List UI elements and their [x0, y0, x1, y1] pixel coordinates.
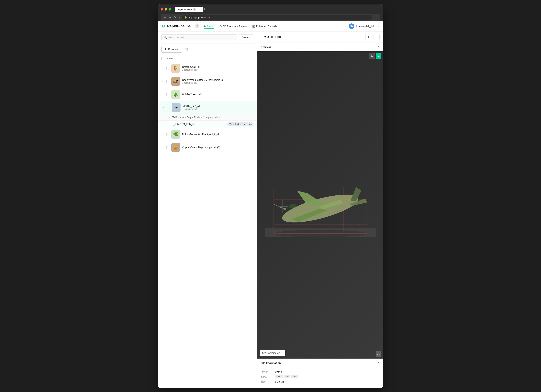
asset-thumbnail: 🍯 [171, 143, 180, 152]
asset-list: ∨ 🪑 Rattan Chair_all 1 output models ∨ 🛋 [158, 62, 257, 388]
logo: ⟳ RapidPipeline [162, 24, 191, 29]
asset-info: SheenWoodLeathe...V-RaySimple_all 1 outp… [182, 78, 253, 84]
lock-icon: 🔒 [184, 16, 187, 19]
asset-checkbox[interactable] [167, 106, 170, 109]
expand-icon[interactable]: ∨ [161, 67, 164, 70]
output-checkbox[interactable] [173, 123, 176, 125]
sub-group-header: ∧ 3D Processor Output Models 1 output mo… [158, 114, 257, 121]
size-value: 3.26 MB [275, 380, 284, 383]
browser-window: RapidPipeline ✕ + ← → ↻ ⌂ 🔒 app.rapidpip… [158, 5, 383, 388]
file-info-body: File ID: 19845 Type: .usdz .glb .obj [257, 367, 383, 388]
asset-checkbox[interactable] [166, 80, 169, 83]
plane-preview [265, 173, 376, 237]
action-bar: ⬆ Download 🗑 [158, 43, 257, 55]
asset-info: Rattan Chair_all 1 output models [182, 65, 253, 71]
3d-view-button[interactable]: ◉ [376, 53, 381, 59]
search-icon: 🔍 [164, 36, 167, 39]
maximize-window-button[interactable] [168, 8, 171, 10]
preview-toolbar: 🖼 ◉ [369, 53, 381, 59]
expand-icon[interactable]: ∨ [161, 80, 164, 83]
more-options-button[interactable]: ⋯ [374, 34, 380, 40]
home-button[interactable]: ⌂ [178, 16, 180, 19]
search-input[interactable] [168, 36, 234, 39]
nav-items: ◈ Assets ⚙ 3D Processor Presets ▣ Publis… [204, 24, 344, 29]
asset-sub: 1 output models [183, 108, 253, 110]
fullscreen-button[interactable]: ⛶ [376, 351, 381, 357]
asset-checkbox[interactable] [166, 67, 169, 70]
preview-collapse-button[interactable]: ∧ [377, 45, 380, 49]
size-label: Size: [261, 380, 275, 383]
header-checkbox[interactable] [161, 57, 164, 60]
nav-processor[interactable]: ⚙ 3D Processor Presets [219, 24, 247, 29]
main-layout: 🔍 Search ⬆ Download 🗑 [158, 31, 383, 388]
tab-label: RapidPipeline [177, 8, 192, 11]
browser-menu-button[interactable]: ⋮ [374, 15, 377, 19]
asset-checkbox[interactable] [166, 93, 169, 96]
reload-button[interactable]: ↻ [174, 16, 176, 19]
asset-info: MOTM_Feb_all 1 output models [183, 105, 253, 110]
file-info-collapse-button[interactable]: ∧ [377, 361, 380, 365]
tab-close-button[interactable]: ✕ [193, 8, 196, 10]
list-item[interactable]: ∧ ✈ MOTM_Feb_all 1 output models [158, 101, 257, 114]
preview-title: Preview [261, 45, 271, 48]
back-button[interactable]: ← [164, 16, 166, 19]
close-window-button[interactable] [161, 8, 163, 10]
asset-thumbnail: 🪑 [171, 64, 180, 72]
delete-button[interactable]: 🗑 [184, 46, 189, 52]
nav-assets[interactable]: ◈ Assets [204, 24, 214, 29]
type-badge-usdz: .usdz [275, 375, 283, 378]
minimize-window-button[interactable] [165, 8, 167, 10]
processor-icon: ⚙ [219, 25, 222, 28]
uv-coordinates-dropdown[interactable]: UV Coordinates ▾ [260, 350, 285, 356]
asset-checkbox[interactable] [166, 146, 169, 149]
browser-chrome: RapidPipeline ✕ + ← → ↻ ⌂ 🔒 app.rapidpip… [158, 5, 383, 21]
type-badges: .usdz .glb .obj [275, 375, 298, 378]
logo-icon: ⟳ [162, 24, 166, 29]
type-label: Type: [261, 375, 275, 378]
download-button[interactable]: ⬆ Download [161, 46, 182, 52]
breadcrumb-title: MOTM_Feb [264, 35, 363, 39]
list-item[interactable]: › 🍯 CopperCoals_Rap...-output_all (2) [158, 141, 257, 154]
search-button[interactable]: Search [239, 34, 253, 41]
file-id-value: 19845 [275, 370, 282, 373]
left-panel: 🔍 Search ⬆ Download 🗑 [158, 31, 257, 388]
forward-button[interactable]: → [168, 16, 171, 19]
asset-name: MOTM_Feb_all [183, 105, 253, 108]
expand-icon[interactable]: ∧ [162, 106, 165, 109]
search-bar: 🔍 Search [158, 31, 257, 43]
file-id-label: File ID: [261, 370, 275, 373]
output-row[interactable]: MOTM_Feb_all WebP Textures Mid Res [158, 121, 257, 128]
output-badge: WebP Textures Mid Res [227, 122, 253, 126]
preview-section-header: Preview ∧ [257, 43, 383, 51]
asset-sub: 1 output models [182, 69, 253, 71]
embeds-icon: ▣ [252, 25, 255, 28]
preview-canvas[interactable]: 🖼 ◉ UV Coordinates ▾ ⛶ [257, 51, 383, 359]
new-tab-button[interactable]: + [204, 7, 206, 12]
image-view-button[interactable]: 🖼 [369, 53, 375, 59]
url-box[interactable]: 🔒 app.rapidpipeline.com [182, 15, 372, 20]
asset-checkbox[interactable] [166, 133, 169, 136]
asset-thumbnail: 🎄 [171, 90, 180, 99]
sub-group-collapse[interactable]: ∧ [168, 116, 170, 119]
asset-thumbnail: 🛋 [171, 77, 180, 86]
right-header: › MOTM_Feb ⬇ ⋯ [257, 31, 383, 43]
list-item[interactable]: ∨ 🛋 SheenWoodLeathe...V-RaySimple_all 1 … [158, 75, 257, 88]
info-row-id: File ID: 19845 [261, 370, 380, 373]
right-panel: › MOTM_Feb ⬇ ⋯ Preview ∧ [257, 31, 383, 388]
url-text: app.rapidpipeline.com [188, 16, 211, 19]
browser-tab[interactable]: RapidPipeline ✕ [175, 7, 203, 12]
search-input-wrap: 🔍 [161, 34, 237, 41]
asset-name: SheenWoodLeathe...V-RaySimple_all [182, 78, 253, 81]
list-item[interactable]: › 🌿 DiffuseTransmis...Plant_opt_8_all [158, 128, 257, 141]
list-item[interactable]: › 🎄 HolidayTree 1_all [158, 88, 257, 101]
select-all-checkbox[interactable] [161, 57, 165, 60]
type-badge-obj: .obj [291, 375, 298, 378]
list-item[interactable]: ∨ 🪑 Rattan Chair_all 1 output models [158, 62, 257, 75]
download-icon-button[interactable]: ⬇ [365, 34, 371, 40]
asset-name: CopperCoals_Rap...-output_all (2) [182, 146, 253, 149]
asset-thumbnail: ✈ [172, 103, 181, 112]
file-info-header: File Information ∧ [257, 359, 383, 367]
nav-embeds[interactable]: ▣ Published Embeds [252, 24, 277, 29]
type-badge-glb: .glb [284, 375, 290, 378]
help-button[interactable]: ? [195, 24, 199, 28]
